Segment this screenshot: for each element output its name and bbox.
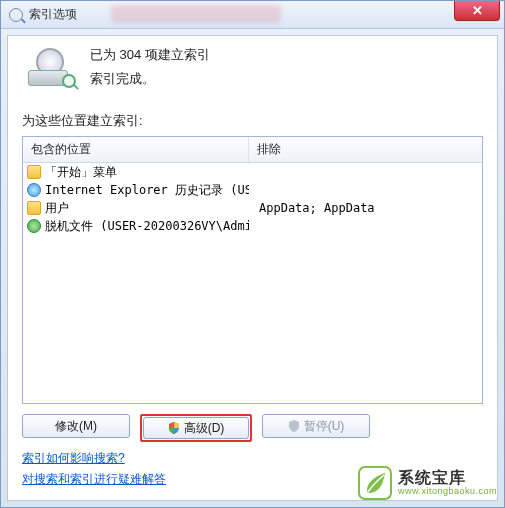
link-troubleshoot[interactable]: 对搜索和索引进行疑难解答 <box>22 471 166 488</box>
pause-button: 暂停(U) <box>262 414 370 438</box>
button-row: 修改(M) 高级(D) 暂停(U) <box>22 414 483 442</box>
table-row[interactable]: Internet Explorer 历史记录 (USE... <box>23 181 482 199</box>
table-row[interactable]: 脱机文件 (USER-20200326VY\Admin... <box>23 217 482 235</box>
table-row[interactable]: 用户AppData; AppData <box>23 199 482 217</box>
advanced-button[interactable]: 高级(D) <box>143 417 249 439</box>
modify-button[interactable]: 修改(M) <box>22 414 130 438</box>
window-title: 索引选项 <box>29 6 77 23</box>
modify-label: 修改(M) <box>55 418 97 435</box>
row-excluded: AppData; AppData <box>249 201 482 215</box>
window-title-wrap: 索引选项 <box>9 6 77 23</box>
ie-icon <box>27 183 41 197</box>
col-excluded[interactable]: 排除 <box>249 137 482 162</box>
indexing-options-window: 索引选项 ✕ 已为 304 项建立索引 索引完成。 为这些位置建立索引: 包含的… <box>0 0 505 508</box>
link-how-affects-search[interactable]: 索引如何影响搜索? <box>22 450 125 467</box>
row-label: Internet Explorer 历史记录 (USE... <box>45 182 249 199</box>
watermark-text: 系统宝库 www.xitongbaoku.com <box>398 469 497 496</box>
watermark: 系统宝库 www.xitongbaoku.com <box>358 466 497 500</box>
uac-shield-icon <box>288 420 300 432</box>
status-row: 已为 304 项建立索引 索引完成。 <box>22 46 483 88</box>
locations-label: 为这些位置建立索引: <box>22 112 483 130</box>
list-header: 包含的位置 排除 <box>23 137 482 163</box>
close-button[interactable]: ✕ <box>454 1 500 21</box>
close-icon: ✕ <box>472 3 483 18</box>
locations-listbox[interactable]: 包含的位置 排除 「开始」菜单Internet Explorer 历史记录 (U… <box>22 136 483 404</box>
watermark-url: www.xitongbaoku.com <box>398 487 497 497</box>
titlebar: 索引选项 ✕ <box>1 1 504 29</box>
folder-icon <box>27 165 41 179</box>
status-text: 已为 304 项建立索引 索引完成。 <box>90 46 210 88</box>
blurred-overlay <box>111 5 281 23</box>
list-body: 「开始」菜单Internet Explorer 历史记录 (USE...用户Ap… <box>23 163 482 403</box>
watermark-leaf-icon <box>358 466 392 500</box>
indexed-count: 已为 304 项建立索引 <box>90 46 210 64</box>
watermark-name: 系统宝库 <box>398 469 497 487</box>
advanced-highlight: 高级(D) <box>140 414 252 442</box>
search-icon <box>9 8 23 22</box>
row-label: 脱机文件 (USER-20200326VY\Admin... <box>45 218 249 235</box>
uac-shield-icon <box>168 422 180 434</box>
row-label: 用户 <box>45 200 69 217</box>
indexing-drive-icon <box>26 48 74 86</box>
col-included[interactable]: 包含的位置 <box>23 137 249 162</box>
advanced-label: 高级(D) <box>184 420 225 437</box>
offline-icon <box>27 219 41 233</box>
row-label: 「开始」菜单 <box>45 164 117 181</box>
indexing-complete: 索引完成。 <box>90 70 210 88</box>
folder-icon <box>27 201 41 215</box>
content-area: 已为 304 项建立索引 索引完成。 为这些位置建立索引: 包含的位置 排除 「… <box>7 35 498 501</box>
table-row[interactable]: 「开始」菜单 <box>23 163 482 181</box>
pause-label: 暂停(U) <box>304 418 345 435</box>
